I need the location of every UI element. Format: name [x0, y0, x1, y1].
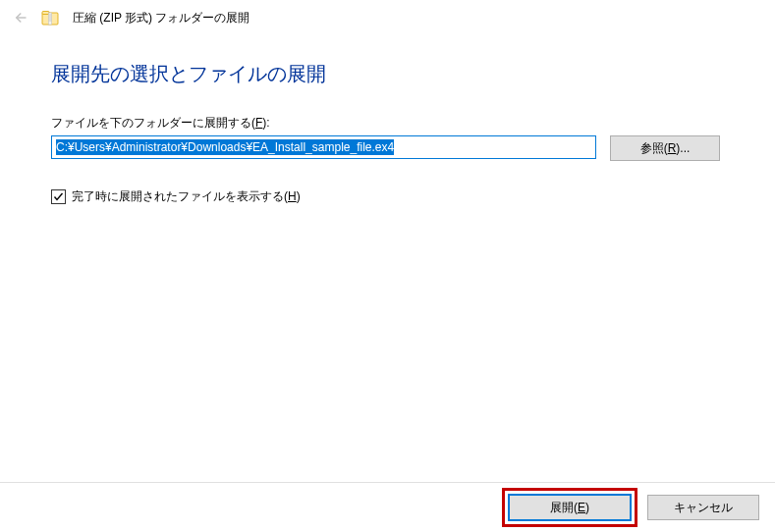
titlebar: 圧縮 (ZIP 形式) フォルダーの展開	[0, 0, 775, 35]
show-files-label-key: H	[288, 189, 297, 203]
extract-button-highlight: 展開(E)	[502, 488, 637, 527]
show-files-label: 完了時に展開されたファイルを表示する(H)	[72, 188, 301, 205]
extract-button[interactable]: 展開(E)	[508, 494, 632, 521]
window-title: 圧縮 (ZIP 形式) フォルダーの展開	[73, 10, 249, 27]
path-row: C:¥Users¥Administrator¥Downloads¥EA_Inst…	[51, 135, 734, 161]
path-label: ファイルを下のフォルダーに展開する(F):	[51, 115, 734, 132]
svg-rect-2	[42, 12, 49, 15]
show-files-label-prefix: 完了時に展開されたファイルを表示する(	[72, 189, 288, 203]
extract-label-key: E	[578, 501, 585, 514]
extract-label-prefix: 展開(	[550, 500, 578, 516]
path-label-suffix: ):	[262, 116, 269, 130]
zip-folder-icon	[41, 9, 59, 27]
browse-button[interactable]: 参照(R)...	[610, 135, 720, 161]
cancel-button[interactable]: キャンセル	[647, 495, 759, 520]
browse-label-prefix: 参照(	[640, 140, 668, 157]
content-area: 展開先の選択とファイルの展開 ファイルを下のフォルダーに展開する(F): C:¥…	[0, 35, 775, 205]
cancel-label: キャンセル	[674, 500, 733, 516]
show-files-checkbox[interactable]	[51, 189, 66, 204]
show-files-check-row: 完了時に展開されたファイルを表示する(H)	[51, 188, 734, 205]
browse-label-suffix: )...	[676, 141, 690, 155]
show-files-label-suffix: )	[297, 189, 301, 203]
footer: 展開(E) キャンセル	[0, 482, 775, 532]
extract-label-suffix: )	[585, 501, 589, 514]
destination-path-input[interactable]: C:¥Users¥Administrator¥Downloads¥EA_Inst…	[51, 135, 596, 159]
destination-path-value: C:¥Users¥Administrator¥Downloads¥EA_Inst…	[56, 139, 394, 155]
browse-label-key: R	[668, 141, 677, 155]
page-heading: 展開先の選択とファイルの展開	[51, 61, 734, 87]
path-label-prefix: ファイルを下のフォルダーに展開する(	[51, 116, 255, 130]
back-arrow-icon	[10, 9, 28, 27]
